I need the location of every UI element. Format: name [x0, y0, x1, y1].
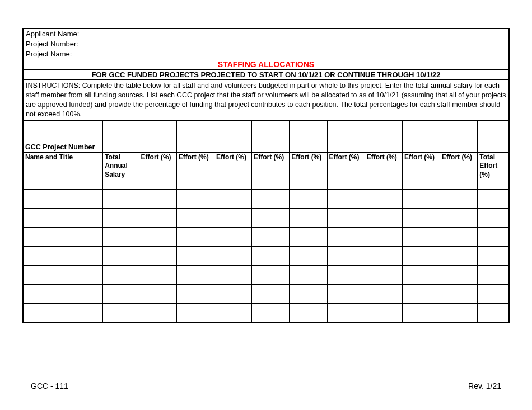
- table-cell[interactable]: [103, 228, 139, 237]
- table-cell[interactable]: [478, 256, 509, 266]
- table-cell[interactable]: [214, 247, 251, 256]
- table-cell[interactable]: [176, 256, 214, 266]
- table-cell[interactable]: [440, 313, 478, 323]
- table-cell[interactable]: [290, 266, 327, 275]
- gcc-blank-cell[interactable]: [139, 120, 176, 152]
- table-cell[interactable]: [327, 190, 365, 199]
- table-cell[interactable]: [103, 209, 139, 218]
- table-cell[interactable]: [23, 228, 103, 237]
- gcc-blank-cell[interactable]: [440, 120, 478, 152]
- table-cell[interactable]: [176, 228, 214, 237]
- table-cell[interactable]: [365, 209, 402, 218]
- table-cell[interactable]: [139, 180, 176, 190]
- table-cell[interactable]: [176, 304, 214, 313]
- table-cell[interactable]: [252, 199, 290, 209]
- table-cell[interactable]: [440, 218, 478, 228]
- table-cell[interactable]: [290, 275, 327, 285]
- table-cell[interactable]: [176, 275, 214, 285]
- table-cell[interactable]: [176, 247, 214, 256]
- table-cell[interactable]: [365, 190, 402, 199]
- gcc-blank-cell[interactable]: [365, 120, 402, 152]
- table-cell[interactable]: [365, 294, 402, 304]
- table-cell[interactable]: [214, 180, 251, 190]
- table-cell[interactable]: [139, 199, 176, 209]
- table-cell[interactable]: [139, 190, 176, 199]
- table-cell[interactable]: [176, 199, 214, 209]
- table-cell[interactable]: [103, 237, 139, 247]
- table-cell[interactable]: [402, 199, 440, 209]
- table-cell[interactable]: [290, 228, 327, 237]
- table-cell[interactable]: [23, 209, 103, 218]
- table-cell[interactable]: [327, 304, 365, 313]
- gcc-blank-cell[interactable]: [176, 120, 214, 152]
- table-cell[interactable]: [440, 304, 478, 313]
- table-cell[interactable]: [23, 275, 103, 285]
- table-cell[interactable]: [440, 237, 478, 247]
- table-cell[interactable]: [402, 218, 440, 228]
- table-cell[interactable]: [103, 180, 139, 190]
- table-cell[interactable]: [252, 180, 290, 190]
- table-cell[interactable]: [176, 266, 214, 275]
- table-cell[interactable]: [478, 313, 509, 323]
- table-cell[interactable]: [252, 313, 290, 323]
- table-cell[interactable]: [23, 256, 103, 266]
- applicant-name-label[interactable]: Applicant Name:: [23, 29, 509, 39]
- table-cell[interactable]: [290, 304, 327, 313]
- project-name-label[interactable]: Project Name:: [23, 49, 509, 59]
- gcc-blank-cell[interactable]: [290, 120, 327, 152]
- table-cell[interactable]: [440, 228, 478, 237]
- table-cell[interactable]: [139, 228, 176, 237]
- table-cell[interactable]: [365, 256, 402, 266]
- gcc-blank-cell[interactable]: [327, 120, 365, 152]
- gcc-blank-cell[interactable]: [103, 120, 139, 152]
- table-cell[interactable]: [103, 199, 139, 209]
- table-cell[interactable]: [402, 275, 440, 285]
- table-cell[interactable]: [214, 237, 251, 247]
- table-cell[interactable]: [290, 190, 327, 199]
- table-cell[interactable]: [402, 304, 440, 313]
- table-cell[interactable]: [290, 218, 327, 228]
- table-cell[interactable]: [176, 190, 214, 199]
- table-cell[interactable]: [365, 180, 402, 190]
- table-cell[interactable]: [478, 190, 509, 199]
- table-cell[interactable]: [365, 275, 402, 285]
- table-cell[interactable]: [214, 285, 251, 294]
- gcc-blank-cell[interactable]: [402, 120, 440, 152]
- table-cell[interactable]: [176, 180, 214, 190]
- table-cell[interactable]: [327, 228, 365, 237]
- table-cell[interactable]: [252, 266, 290, 275]
- table-cell[interactable]: [103, 275, 139, 285]
- project-number-label[interactable]: Project Number:: [23, 39, 509, 49]
- table-cell[interactable]: [290, 237, 327, 247]
- table-cell[interactable]: [365, 237, 402, 247]
- table-cell[interactable]: [327, 285, 365, 294]
- table-cell[interactable]: [23, 247, 103, 256]
- table-cell[interactable]: [440, 180, 478, 190]
- table-cell[interactable]: [139, 275, 176, 285]
- table-cell[interactable]: [402, 247, 440, 256]
- table-cell[interactable]: [23, 180, 103, 190]
- table-cell[interactable]: [365, 266, 402, 275]
- table-cell[interactable]: [365, 247, 402, 256]
- table-cell[interactable]: [252, 237, 290, 247]
- table-cell[interactable]: [327, 247, 365, 256]
- table-cell[interactable]: [365, 304, 402, 313]
- table-cell[interactable]: [478, 247, 509, 256]
- table-cell[interactable]: [365, 218, 402, 228]
- table-cell[interactable]: [402, 190, 440, 199]
- table-cell[interactable]: [327, 266, 365, 275]
- table-cell[interactable]: [402, 228, 440, 237]
- table-cell[interactable]: [365, 228, 402, 237]
- table-cell[interactable]: [176, 285, 214, 294]
- table-cell[interactable]: [23, 304, 103, 313]
- table-cell[interactable]: [176, 209, 214, 218]
- table-cell[interactable]: [478, 294, 509, 304]
- table-cell[interactable]: [214, 209, 251, 218]
- table-cell[interactable]: [402, 294, 440, 304]
- table-cell[interactable]: [252, 228, 290, 237]
- gcc-blank-cell[interactable]: [214, 120, 251, 152]
- table-cell[interactable]: [290, 256, 327, 266]
- table-cell[interactable]: [139, 237, 176, 247]
- table-cell[interactable]: [402, 285, 440, 294]
- table-cell[interactable]: [327, 275, 365, 285]
